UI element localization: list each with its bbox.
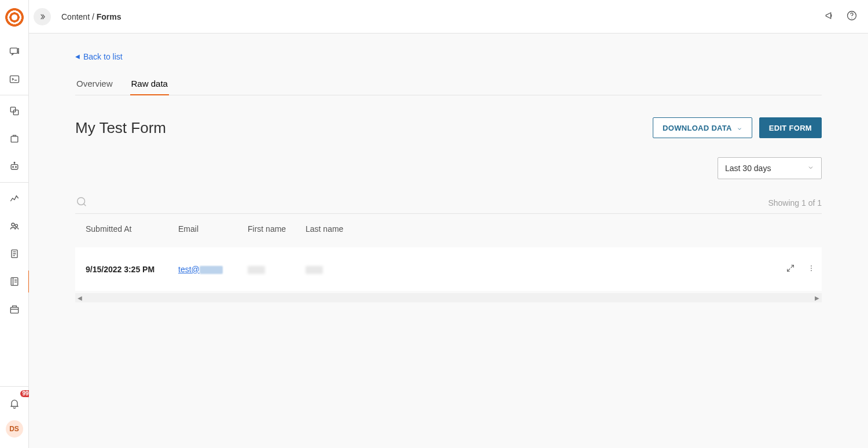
svg-point-19: [78, 198, 85, 205]
expand-sidebar-button[interactable]: [34, 8, 51, 25]
page-title: My Test Form: [75, 119, 166, 137]
topbar: Content / Forms: [29, 0, 868, 34]
svg-point-11: [14, 162, 15, 164]
nav-campaigns[interactable]: [0, 102, 29, 120]
search-icon[interactable]: [75, 195, 88, 210]
row-menu-icon[interactable]: [807, 264, 816, 275]
svg-point-2: [17, 50, 19, 51]
svg-rect-7: [11, 136, 18, 142]
column-last-name[interactable]: Last name: [295, 214, 770, 247]
nav-library[interactable]: [0, 245, 29, 262]
cell-last-name: [295, 247, 770, 291]
svg-point-21: [811, 268, 812, 269]
scroll-left-icon[interactable]: ◀: [75, 293, 84, 302]
main-content: ◀ Back to list Overview Raw data My Test…: [29, 34, 868, 448]
nav-forms[interactable]: [0, 273, 29, 290]
svg-point-12: [12, 223, 14, 226]
tab-overview[interactable]: Overview: [75, 74, 114, 95]
svg-rect-6: [13, 110, 18, 114]
svg-rect-0: [10, 48, 17, 53]
svg-rect-15: [11, 277, 18, 285]
svg-point-1: [17, 49, 19, 50]
email-link[interactable]: test@: [178, 265, 223, 274]
cell-email: test@: [168, 247, 237, 291]
svg-rect-16: [10, 308, 18, 313]
nav-bots[interactable]: [0, 158, 29, 175]
column-first-name[interactable]: First name: [237, 214, 295, 247]
svg-point-20: [811, 265, 812, 266]
breadcrumb-parent[interactable]: Content: [61, 12, 90, 21]
tab-raw-data[interactable]: Raw data: [130, 74, 169, 95]
svg-point-22: [811, 270, 812, 271]
nav-conversations[interactable]: [0, 43, 29, 60]
tabs: Overview Raw data: [75, 74, 822, 95]
svg-rect-5: [10, 107, 15, 112]
svg-point-18: [851, 18, 852, 18]
cell-submitted-at: 9/15/2022 3:25 PM: [75, 247, 168, 291]
svg-point-3: [17, 53, 19, 54]
nav-commerce[interactable]: [0, 301, 29, 318]
notifications-button[interactable]: 99+: [0, 395, 29, 412]
announcements-icon[interactable]: [824, 10, 836, 23]
chevron-left-icon: ◀: [75, 53, 80, 60]
svg-point-13: [15, 224, 17, 227]
date-range-select[interactable]: Last 30 days: [718, 157, 822, 179]
cell-first-name: [237, 247, 295, 291]
sidebar: 99+ DS: [0, 0, 29, 448]
expand-row-icon[interactable]: [786, 264, 795, 275]
svg-point-9: [12, 166, 13, 168]
nav-products[interactable]: [0, 130, 29, 147]
svg-rect-8: [11, 165, 18, 169]
user-avatar[interactable]: DS: [6, 420, 23, 438]
nav-analytics[interactable]: [0, 190, 29, 207]
nav-audience[interactable]: [0, 217, 29, 235]
table-row[interactable]: 9/15/2022 3:25 PM test@: [75, 247, 822, 291]
back-to-list-link[interactable]: ◀ Back to list: [75, 52, 123, 61]
breadcrumb-current: Forms: [97, 12, 122, 21]
nav-console[interactable]: [0, 71, 29, 88]
submissions-table: Submitted At Email First name Last name …: [75, 214, 822, 291]
svg-point-10: [15, 166, 16, 168]
column-submitted-at[interactable]: Submitted At: [75, 214, 168, 247]
help-icon[interactable]: [846, 10, 858, 23]
results-count: Showing 1 of 1: [768, 198, 822, 208]
edit-form-button[interactable]: EDIT FORM: [759, 117, 822, 138]
breadcrumb: Content / Forms: [61, 12, 122, 21]
download-data-button[interactable]: DOWNLOAD DATA: [653, 117, 752, 138]
horizontal-scrollbar[interactable]: ◀ ▶: [75, 293, 822, 302]
column-email[interactable]: Email: [168, 214, 237, 247]
svg-rect-4: [10, 76, 19, 83]
chevron-down-icon: [807, 164, 814, 173]
chevron-down-icon: [737, 125, 742, 131]
scroll-right-icon[interactable]: ▶: [812, 293, 822, 302]
app-logo: [5, 8, 24, 27]
